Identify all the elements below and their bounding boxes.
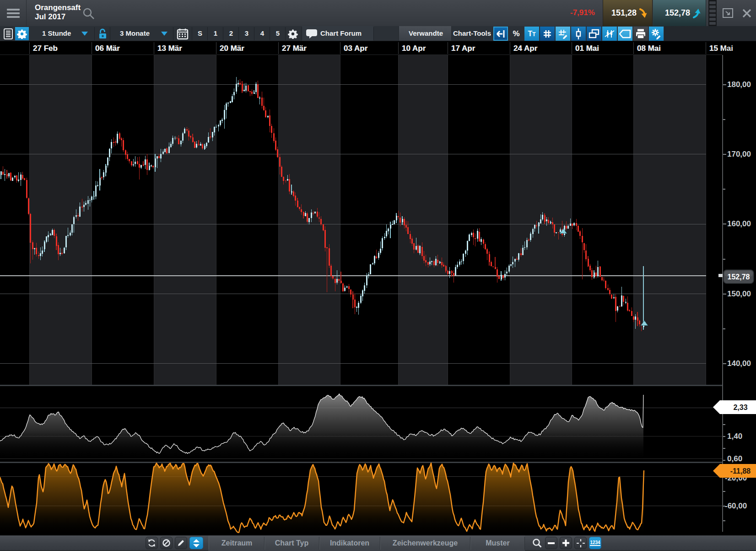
svg-text:-11,88: -11,88 xyxy=(730,467,751,475)
svg-text:160,00: 160,00 xyxy=(727,219,751,228)
svg-text:20 Mär: 20 Mär xyxy=(220,44,244,53)
svg-text:170,00: 170,00 xyxy=(727,150,751,158)
svg-text:1,40: 1,40 xyxy=(727,432,742,441)
svg-text:06 Mär: 06 Mär xyxy=(95,44,120,53)
svg-text:152,78: 152,78 xyxy=(728,273,750,281)
svg-text:180,00: 180,00 xyxy=(727,80,751,89)
svg-text:13 Mär: 13 Mär xyxy=(157,44,182,53)
svg-text:27 Mär: 27 Mär xyxy=(282,44,307,53)
svg-text:0,60: 0,60 xyxy=(727,454,742,463)
svg-text:03 Apr: 03 Apr xyxy=(344,44,368,53)
svg-text:01 Mai: 01 Mai xyxy=(575,44,599,53)
svg-text:27 Feb: 27 Feb xyxy=(33,44,58,53)
svg-text:2,33: 2,33 xyxy=(733,404,747,411)
svg-text:24 Apr: 24 Apr xyxy=(513,44,538,53)
svg-text:140,00: 140,00 xyxy=(727,359,751,368)
svg-text:10 Apr: 10 Apr xyxy=(402,44,426,53)
svg-text:150,00: 150,00 xyxy=(727,289,751,298)
svg-text:15 Mai: 15 Mai xyxy=(709,44,733,53)
svg-text:17 Apr: 17 Apr xyxy=(451,44,475,53)
svg-text:08 Mai: 08 Mai xyxy=(637,44,661,53)
svg-text:-60,00: -60,00 xyxy=(725,502,747,510)
